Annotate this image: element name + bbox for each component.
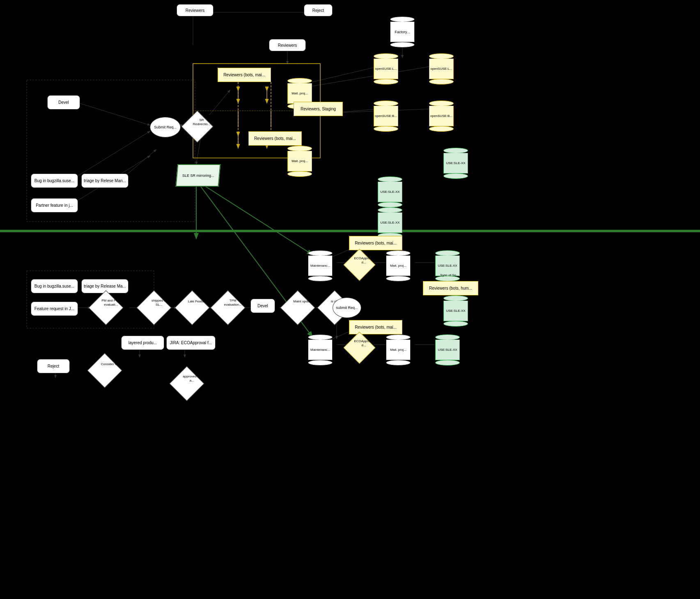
separator-line [0, 230, 700, 232]
feature-request-node[interactable]: Feature request in J... [31, 302, 78, 316]
reviewers-mid-node[interactable]: Reviewers [269, 39, 306, 51]
approved-by-a-diamond[interactable]: approved by a... [170, 369, 203, 398]
pm-prjm-diamond[interactable]: PM and PrjM evaluati... [90, 293, 122, 322]
use-sle-xx3-cylinder: USE:SLE-XX [378, 207, 402, 238]
mait-proj3-cylinder: Mait. proj... [386, 250, 411, 281]
eco-approved2-diamond[interactable]: ECOApproved... [345, 333, 374, 362]
reviewers-staging-node[interactable]: Reviewers, Staging [294, 102, 343, 116]
layered-produ-node[interactable]: layered produ... [121, 336, 164, 350]
mait-proj2-cylinder: Mait. proj... [287, 146, 312, 177]
triage-release1-node[interactable]: triage by Relese Man... [81, 174, 129, 188]
reviewers-bots-hum-node[interactable]: Reviewers (bots, hum... [423, 281, 478, 295]
sle-sr-mirror-node[interactable]: SLE SR mirroring... [176, 164, 221, 187]
use-sle-xx2-cylinder: USE:SLE-XX [378, 176, 402, 208]
tpm-eval-diamond[interactable]: TPM evaluation... [211, 293, 244, 322]
devel2-node[interactable]: Devel [250, 299, 275, 313]
late-feature-diamond[interactable]: Late Feature... [176, 293, 209, 322]
svg-line-12 [80, 103, 150, 125]
svg-line-17 [312, 66, 382, 82]
svg-line-10 [196, 181, 312, 254]
use-sle-xx5-cylinder: USE:SLE-XX [443, 295, 468, 327]
svg-line-8 [209, 90, 230, 115]
maintenance1-cylinder: Maintenanc... [308, 250, 333, 281]
reviewers-bots2-node[interactable]: Reviewers (bots, mai... [248, 131, 302, 146]
sync-of-so-node: Sync of So... [435, 271, 464, 279]
opensuse-b2-cylinder: openSUSE:B... [429, 101, 454, 132]
opensuse-b1-cylinder: openSUSE:B... [374, 101, 398, 132]
consider-for-diamond[interactable]: Consider for... [88, 356, 121, 385]
reviewers-bots1-node[interactable]: Reviewers (bots, mai... [218, 68, 271, 82]
partner-feature-node[interactable]: Partner feature in j... [31, 198, 78, 213]
eco-approved1-diamond[interactable]: ECOApproved... [345, 250, 374, 279]
reviewers-top-node[interactable]: Reviewers [177, 4, 213, 16]
use-sle-xx1-cylinder: USE:SLE-XX [443, 148, 468, 179]
opensuse-l1-cylinder: openSUSE:L... [374, 53, 398, 85]
reject-top-node[interactable]: Reject [304, 4, 333, 16]
diagram-canvas: Reviewers Reject Factory... Reviewers op… [0, 0, 700, 599]
reviewers-bots3-node[interactable]: Reviewers (bots, mai... [349, 236, 402, 250]
maint-update-diamond[interactable]: Maint update... [281, 293, 314, 322]
shipped-sl-diamond[interactable]: shipped in SL... [138, 293, 170, 322]
submit-req1-node[interactable]: Submit Req... [150, 117, 181, 137]
bullet-point [16, 159, 21, 163]
sr-redirect-diamond[interactable]: SR Redirectio... [181, 114, 213, 139]
opensuse-l2-cylinder: openSUSE:L... [429, 53, 454, 85]
factory-cylinder: Factory... [390, 16, 415, 48]
use-sle-xx6-cylinder: USE:SLE-XX [435, 334, 460, 366]
submit-req2-node[interactable]: submit Req... [333, 297, 361, 318]
jira-eco-node[interactable]: JIRA: ECOApproval f... [166, 336, 216, 350]
reviewers-bots4-node[interactable]: Reviewers (bots, mai... [349, 320, 402, 334]
maintenance2-cylinder: Maintenanc... [308, 334, 333, 366]
devel-node[interactable]: Devel [47, 95, 80, 110]
mait-proj4-cylinder: Mait. proj... [386, 334, 411, 366]
bug-bugzilla1-node[interactable]: Bug in bugzilla.suse... [31, 174, 78, 188]
bug-bugzilla2-node[interactable]: Bug in bugzilla.suse... [31, 279, 78, 293]
reject-bottom-node[interactable]: Reject [37, 359, 70, 373]
